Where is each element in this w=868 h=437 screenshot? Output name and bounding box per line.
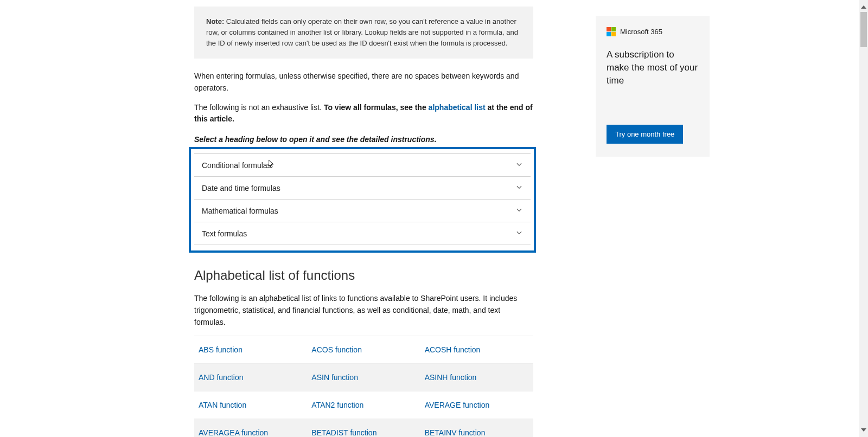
table-row: ABS function ACOS function ACOSH functio… [194,336,533,364]
scroll-down-arrow-icon[interactable] [861,428,866,432]
accordion-conditional-formulas[interactable]: Conditional formulas [194,153,531,177]
chevron-down-icon [515,160,523,170]
accordion-label: Text formulas [202,229,247,238]
accordion-label: Date and time formulas [202,184,280,192]
accordion-label: Conditional formulas [202,161,271,170]
product-name: Microsoft 365 [620,28,662,36]
function-link[interactable]: ACOS function [311,345,362,354]
p2-a: The following is not an exhaustive list. [194,103,324,112]
scrollbar-thumb[interactable] [860,12,867,47]
function-link[interactable]: ATAN2 function [311,401,363,409]
select-heading: Select a heading below to open it and se… [194,135,533,144]
alphabetical-list-link[interactable]: alphabetical list [429,103,486,112]
function-link[interactable]: BETADIST function [311,428,376,437]
chevron-down-icon [515,206,523,215]
promo-tagline: A subscription to make the most of your … [607,48,699,87]
function-link[interactable]: AVERAGEA function [199,428,268,437]
paragraph-spaces: When entering formulas, unless otherwise… [194,70,533,94]
note-box: Note: Calculated fields can only operate… [194,7,533,59]
article-main: Note: Calculated fields can only operate… [194,0,533,437]
accordion-group: Conditional formulas Date and time formu… [189,147,536,253]
alphabetical-list-heading: Alphabetical list of functions [194,268,533,283]
function-link[interactable]: ATAN function [199,401,246,409]
function-link[interactable]: BETAINV function [425,428,486,437]
chevron-down-icon [515,229,523,238]
promo-card: Microsoft 365 A subscription to make the… [596,16,710,157]
table-row: AVERAGEA function BETADIST function BETA… [194,419,533,437]
p2-b: To view all formulas, see the [324,103,429,112]
table-row: AND function ASIN function ASINH functio… [194,364,533,391]
function-link[interactable]: AVERAGE function [425,401,490,409]
function-link[interactable]: ABS function [199,345,242,354]
function-link[interactable]: ASINH function [425,373,477,382]
function-link[interactable]: ASIN function [311,373,358,382]
table-row: ATAN function ATAN2 function AVERAGE fun… [194,391,533,419]
sidebar: Microsoft 365 A subscription to make the… [596,16,710,437]
alphabetical-list-paragraph: The following is an alphabetical list of… [194,293,533,328]
accordion-text-formulas[interactable]: Text formulas [194,222,531,245]
accordion-date-time-formulas[interactable]: Date and time formulas [194,177,531,200]
function-link[interactable]: AND function [199,373,243,382]
functions-table: ABS function ACOS function ACOSH functio… [194,336,533,437]
note-text: Calculated fields can only operate on th… [206,17,518,47]
microsoft-logo-icon [607,27,616,36]
accordion-label: Mathematical formulas [202,207,278,215]
function-link[interactable]: ACOSH function [425,345,481,354]
microsoft-logo: Microsoft 365 [607,27,699,36]
scrollbar[interactable] [859,0,868,437]
scroll-up-arrow-icon[interactable] [861,5,866,9]
try-free-button[interactable]: Try one month free [607,125,683,144]
note-label: Note: [206,17,224,25]
paragraph-exhaustive: The following is not an exhaustive list.… [194,102,533,125]
accordion-mathematical-formulas[interactable]: Mathematical formulas [194,200,531,222]
chevron-down-icon [515,183,523,192]
